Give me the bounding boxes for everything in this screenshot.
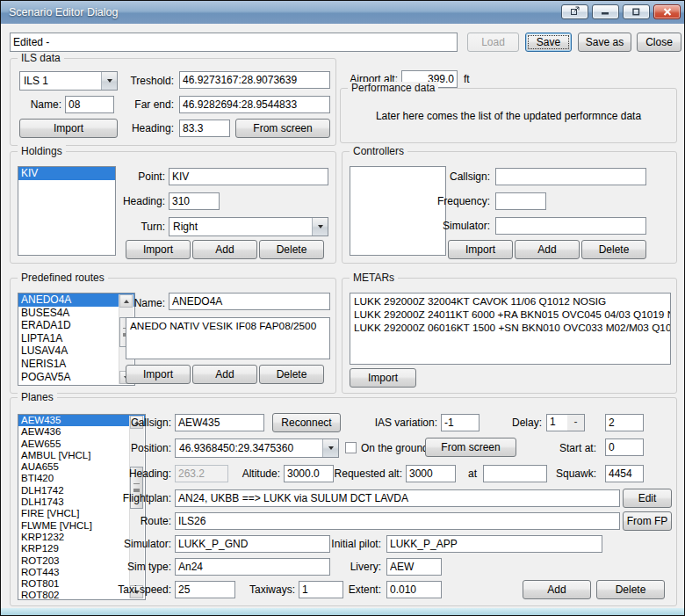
turn-combobox[interactable]: Right	[169, 217, 328, 236]
flightplan-field[interactable]	[175, 489, 620, 507]
livery-field[interactable]	[386, 558, 442, 576]
taxiways-label: Taxiways:	[225, 581, 295, 598]
plane-simulator-label: Simulator:	[92, 535, 171, 553]
plane-route-field[interactable]	[175, 512, 620, 530]
title-bar[interactable]: Scenario Editor Dialog	[1, 1, 684, 24]
metars-import-button[interactable]: Import	[350, 368, 416, 388]
route-definition-text: ANEDO NATIV VESIK IF08 FAP08/2500	[130, 320, 316, 332]
at-label: at	[468, 465, 477, 482]
performance-data-legend: Performance data	[348, 82, 438, 94]
from-fp-button[interactable]: From FP	[623, 511, 672, 531]
popout-window-button[interactable]	[561, 4, 588, 19]
turn-dropdown-button[interactable]	[312, 218, 328, 236]
treshold-field[interactable]	[179, 71, 330, 89]
predefined-routes-legend: Predefined routes	[18, 272, 108, 284]
maximize-button[interactable]	[623, 4, 650, 19]
controllers-add-button[interactable]: Add	[515, 240, 580, 259]
turn-value: Right	[169, 221, 312, 233]
route-definition-textarea[interactable]: ANEDO NATIV VESIK IF08 FAP08/2500	[126, 317, 330, 359]
squawk-field[interactable]	[605, 465, 644, 482]
frequency-field[interactable]	[495, 192, 546, 210]
far-end-field[interactable]	[179, 96, 330, 113]
dialog-content: Load Save Save as Close ILS data ILS 1 T…	[1, 24, 684, 608]
flightplan-edit-button[interactable]: Edit	[623, 489, 672, 508]
delay-from-field[interactable]: 1 -	[546, 414, 585, 431]
routes-delete-button[interactable]: Delete	[259, 365, 324, 384]
airport-alt-unit: ft	[464, 70, 470, 88]
close-dialog-button[interactable]: Close	[637, 33, 681, 52]
close-button[interactable]	[653, 4, 681, 19]
list-item[interactable]: ERADA1D	[18, 319, 134, 332]
list-item[interactable]: LUSAV4A	[18, 344, 134, 358]
altitude-label: Altitude:	[212, 465, 280, 482]
on-the-ground-checkbox[interactable]	[345, 442, 357, 453]
ils-heading-label: Heading:	[86, 120, 174, 137]
ias-variation-label: IAS variation:	[360, 414, 437, 431]
list-item[interactable]: POGAV5A	[18, 371, 134, 384]
minimize-icon	[602, 5, 609, 18]
list-item[interactable]: RUVED1A	[18, 383, 134, 386]
holding-heading-label: Heading:	[95, 192, 165, 210]
point-label: Point:	[95, 168, 165, 185]
scenario-editor-window: Scenario Editor Dialog Load Save Save as…	[0, 0, 685, 616]
sim-type-label: Sim type:	[92, 558, 171, 576]
plane-callsign-field[interactable]	[175, 414, 264, 431]
controller-callsign-label: Callsign:	[420, 168, 490, 185]
controller-simulator-field[interactable]	[495, 217, 646, 235]
ias-variation-field[interactable]	[441, 414, 480, 431]
ils-data-group: ILS data ILS 1 Treshold: Name: Far end: …	[10, 58, 336, 146]
reconnect-button[interactable]: Reconnect	[272, 413, 341, 432]
scenario-name-field[interactable]	[10, 33, 458, 52]
metars-legend: METARs	[350, 272, 398, 284]
planes-add-button[interactable]: Add	[523, 580, 591, 599]
squawk-label: Squawk:	[528, 465, 596, 482]
list-item: LUKK 292000Z 24011KT 6000 +RA BKN015 OVC…	[354, 308, 667, 322]
position-label: Position:	[92, 439, 171, 457]
initial-pilot-label: Initial pilot:	[304, 535, 381, 553]
extent-label: Extent:	[304, 581, 381, 598]
taxi-speed-label: Taxi speed:	[92, 581, 171, 598]
holdings-add-button[interactable]: Add	[192, 240, 257, 259]
plane-heading-label: Heading:	[92, 465, 171, 482]
ils-from-screen-button[interactable]: From screen	[235, 119, 330, 138]
routes-add-button[interactable]: Add	[192, 365, 257, 384]
extent-field[interactable]	[386, 581, 442, 598]
routes-import-button[interactable]: Import	[126, 365, 191, 384]
position-from-screen-button[interactable]: From screen	[425, 438, 516, 457]
holdings-delete-button[interactable]: Delete	[259, 240, 324, 259]
on-the-ground-label: On the ground	[361, 439, 429, 457]
holding-heading-field[interactable]	[169, 192, 220, 210]
point-field[interactable]	[169, 168, 328, 185]
planes-delete-button[interactable]: Delete	[596, 580, 665, 599]
ils-data-legend: ILS data	[18, 52, 64, 64]
position-dropdown-button[interactable]	[322, 439, 338, 457]
planes-group: Planes AEW435AEW436AEW655AMBUL [VHCL]AUA…	[10, 397, 677, 606]
metars-textarea[interactable]: LUKK 292000Z 32004KT CAVOK 11/06 Q1012 N…	[350, 293, 671, 365]
window-controls	[561, 4, 681, 19]
window-bottom-frame	[1, 608, 684, 615]
list-item[interactable]: LIPTA1A	[18, 332, 134, 345]
delay-to-field[interactable]	[605, 414, 644, 431]
ils-heading-field[interactable]	[179, 120, 230, 137]
position-combobox[interactable]: 46.9368450:29.3475360	[175, 438, 339, 458]
list-item[interactable]: NERIS1A	[18, 358, 134, 371]
plane-route-label: Route:	[92, 512, 171, 530]
holdings-import-button[interactable]: Import	[126, 240, 191, 259]
controllers-legend: Controllers	[350, 145, 407, 157]
position-value: 46.9368450:29.3475360	[176, 442, 322, 454]
controllers-delete-button[interactable]: Delete	[581, 240, 646, 259]
load-button[interactable]: Load	[467, 33, 519, 52]
ils-name-label: Name:	[19, 96, 61, 113]
chevron-down-icon	[328, 446, 334, 450]
planes-legend: Planes	[18, 391, 57, 403]
initial-pilot-field[interactable]	[386, 535, 602, 553]
route-name-field[interactable]	[169, 293, 330, 310]
controller-callsign-field[interactable]	[495, 168, 646, 185]
save-as-button[interactable]: Save as	[578, 33, 631, 52]
save-button[interactable]: Save	[525, 33, 572, 52]
requested-alt-field[interactable]	[406, 465, 456, 482]
controllers-import-button[interactable]: Import	[448, 240, 513, 259]
minimize-button[interactable]	[592, 4, 619, 19]
start-at-field[interactable]	[605, 438, 644, 456]
delay-from-value: 1	[547, 415, 567, 431]
